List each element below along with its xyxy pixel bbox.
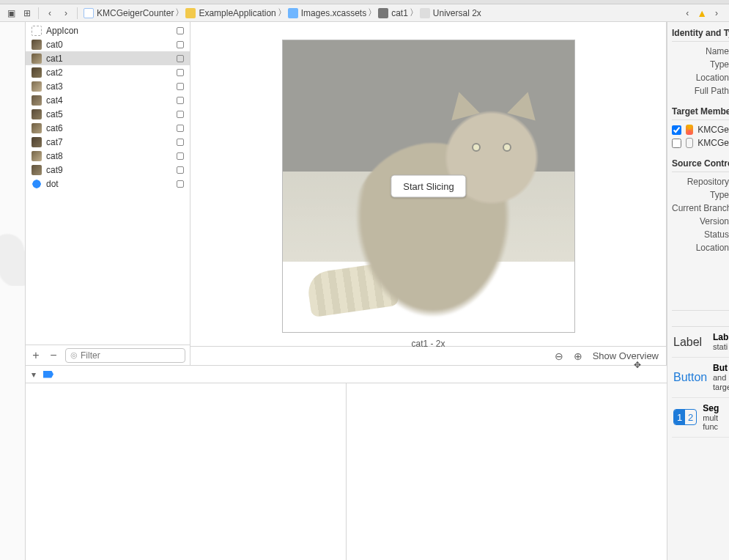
asset-row[interactable]: cat0 <box>26 37 190 51</box>
asset-row[interactable]: cat9 <box>26 163 190 177</box>
asset-row[interactable]: cat5 <box>26 107 190 121</box>
jump-bar: ▣ ⊞ ‹ › KMCGeigerCounter〉ExampleApplicat… <box>0 4 729 22</box>
breadcrumb-label: Universal 2x <box>433 8 481 18</box>
inspector-row: Type <box>672 188 729 202</box>
project-navigator[interactable] <box>0 22 26 560</box>
target-membership-row[interactable]: KMCGe <box>672 136 729 150</box>
asset-name: cat9 <box>46 165 172 175</box>
asset-name: cat1 <box>46 54 172 64</box>
asset-catalog-list: AppIconcat0cat1cat2cat3cat4cat5cat6cat7c… <box>26 22 190 365</box>
asset-row[interactable]: cat1 <box>26 51 190 65</box>
next-issue-button[interactable]: › <box>711 8 722 18</box>
start-slicing-button[interactable]: Start Slicing <box>391 175 466 198</box>
asset-name: cat7 <box>46 137 172 147</box>
asset-row[interactable]: cat6 <box>26 121 190 135</box>
proj-icon <box>84 8 94 18</box>
segmented-icon: 1 2 <box>673 409 697 425</box>
target-label: KMCGe <box>697 138 729 148</box>
breadcrumb-item[interactable]: ExampleApplication <box>184 8 277 18</box>
back-button[interactable]: ‹ <box>43 7 56 20</box>
console-view[interactable] <box>347 383 667 560</box>
debug-area: ▾ <box>26 365 667 560</box>
asset-row[interactable]: cat4 <box>26 93 190 107</box>
add-asset-button[interactable]: + <box>30 349 42 362</box>
asset-thumb-icon <box>32 151 42 161</box>
zoom-in-button[interactable]: ⊕ <box>574 350 582 362</box>
asset-flag-icon <box>177 41 184 48</box>
filter-icon: ◎ <box>70 350 78 360</box>
image-label: cat1 - 2x <box>411 339 445 349</box>
asset-name: cat8 <box>46 151 172 161</box>
inspector-row: Full Path <box>672 84 729 97</box>
asset-name: cat0 <box>46 40 172 50</box>
asset-thumb-icon <box>32 179 42 189</box>
folder-icon <box>185 8 196 18</box>
breakpoint-icon[interactable] <box>43 371 53 378</box>
source-control-header: Source Control <box>672 157 729 172</box>
related-items-icon[interactable]: ▣ <box>4 7 18 20</box>
prev-issue-button[interactable]: ‹ <box>682 8 692 18</box>
asset-name: AppIcon <box>46 26 172 36</box>
show-overview-button[interactable]: Show Overview <box>593 350 659 361</box>
asset-flag-icon <box>177 83 184 90</box>
breadcrumb-item[interactable]: cat1 <box>377 8 410 18</box>
warning-icon[interactable]: ▲ <box>697 7 707 19</box>
asset-thumb-icon <box>32 81 42 92</box>
library-item-label[interactable]: Label Labstati <box>672 327 729 358</box>
asset-name: cat6 <box>46 123 172 133</box>
target-icon <box>686 125 693 135</box>
filter-input[interactable] <box>81 350 180 361</box>
asset-thumb-icon <box>32 40 42 50</box>
asset-editor: Start Slicing cat1 - 2x ⊖ ⊕ Show Overvie… <box>190 22 667 365</box>
asset-thumb-icon <box>32 123 42 133</box>
variables-view[interactable] <box>26 383 347 560</box>
asset-flag-icon <box>177 97 184 104</box>
forward-button[interactable]: › <box>59 7 73 20</box>
asset-flag-icon <box>177 180 184 188</box>
inspector-panel: Identity and Ty NameTypeLocationFull Pat… <box>667 22 729 560</box>
asset-thumb-icon <box>32 109 42 119</box>
breadcrumb-item[interactable]: KMCGeigerCounter <box>82 8 175 18</box>
breadcrumb-item[interactable]: Universal 2x <box>418 8 483 18</box>
asset-thumb-icon <box>32 26 42 36</box>
asset-row[interactable]: cat3 <box>26 79 190 93</box>
breadcrumb-label: ExampleApplication <box>199 8 275 18</box>
asset-flag-icon <box>177 69 184 76</box>
asset-row[interactable]: cat7 <box>26 135 190 149</box>
breadcrumb-label: KMCGeigerCounter <box>97 8 174 18</box>
asset-name: cat5 <box>46 109 172 119</box>
asset-row[interactable]: cat8 <box>26 149 190 163</box>
debug-dropdown-icon[interactable]: ▾ <box>32 369 36 380</box>
asset-name: cat4 <box>46 95 172 106</box>
inspector-row: Status <box>672 228 729 241</box>
remove-asset-button[interactable]: − <box>48 349 59 362</box>
target-icon <box>686 138 693 148</box>
inspector-row: Name <box>672 45 729 58</box>
asset-flag-icon <box>177 139 184 146</box>
asset-filter: ◎ <box>65 348 185 363</box>
breadcrumb-item[interactable]: Images.xcassets <box>286 8 368 18</box>
library-item-button[interactable]: Button Butand targe <box>672 358 729 397</box>
target-checkbox[interactable] <box>672 125 681 135</box>
target-membership-row[interactable]: KMCGe <box>672 123 729 136</box>
asset-row[interactable]: AppIcon <box>26 23 190 37</box>
image-preview: Start Slicing <box>282 40 575 333</box>
zoom-out-button[interactable]: ⊖ <box>555 350 563 362</box>
target-membership-header: Target Member <box>672 105 729 120</box>
asset-thumb-icon <box>32 95 42 106</box>
inspector-row: Location <box>672 71 729 84</box>
inspector-row: Version <box>672 215 729 228</box>
inspector-row: Location <box>672 241 729 254</box>
inspector-row: Current Branch <box>672 202 729 215</box>
tiny-icon <box>420 8 430 18</box>
asset-name: dot <box>46 179 172 189</box>
resize-handle-icon[interactable]: ✥ <box>634 360 644 370</box>
asset-flag-icon <box>177 166 184 174</box>
library-item-segmented[interactable]: 1 2 Segmult func <box>672 398 729 438</box>
grid-icon[interactable]: ⊞ <box>21 7 34 20</box>
asset-row[interactable]: dot <box>26 177 190 191</box>
asset-name: cat3 <box>46 81 172 92</box>
target-checkbox[interactable] <box>672 139 681 148</box>
asset-row[interactable]: cat2 <box>26 65 190 79</box>
target-label: KMCGe <box>697 125 729 135</box>
